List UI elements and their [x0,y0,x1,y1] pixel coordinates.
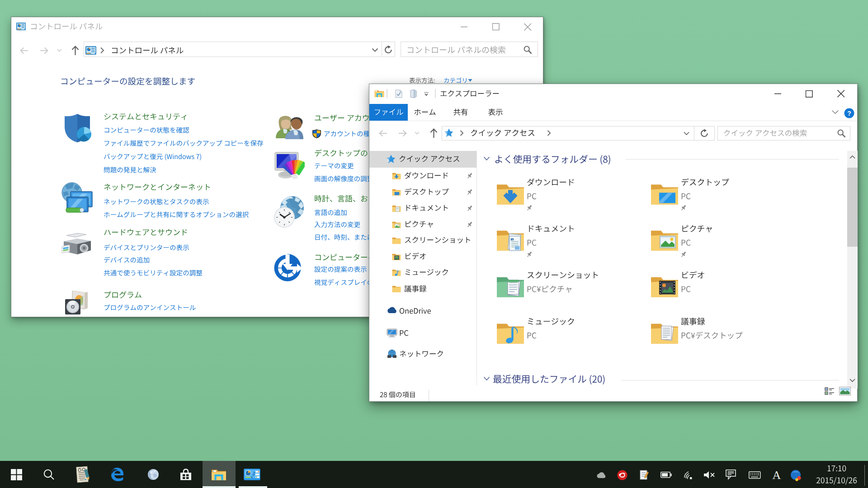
svg-text:?: ? [847,110,851,117]
svg-text:A: A [511,238,514,242]
svg-text:A: A [773,469,781,481]
